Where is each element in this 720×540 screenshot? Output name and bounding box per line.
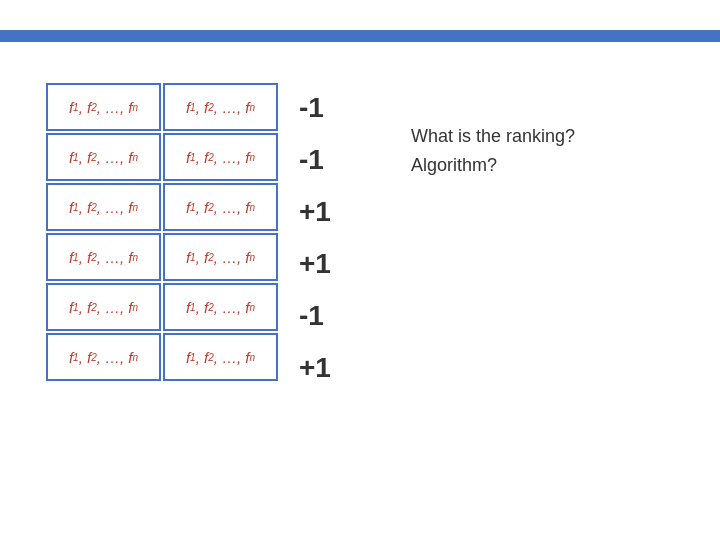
description-line-0: What is the ranking?: [411, 122, 575, 151]
description-line-1: Algorithm?: [411, 151, 575, 180]
table-col-0: f1, f2, …, fnf1, f2, …, fnf1, f2, …, fnf…: [45, 82, 162, 382]
accent-bar: [0, 30, 720, 42]
page-title: [0, 0, 720, 20]
table-cell: f1, f2, …, fn: [163, 283, 278, 331]
table-cell: f1, f2, …, fn: [163, 233, 278, 281]
table-cell: f1, f2, …, fn: [46, 83, 161, 131]
score-item: +1: [299, 239, 331, 289]
table-cell: f1, f2, …, fn: [163, 133, 278, 181]
table-cell: f1, f2, …, fn: [46, 283, 161, 331]
score-item: -1: [299, 291, 331, 341]
scores-col: -1-1+1+1-1+1: [299, 82, 331, 394]
table-cell: f1, f2, …, fn: [46, 333, 161, 381]
score-item: +1: [299, 187, 331, 237]
table-container: f1, f2, …, fnf1, f2, …, fnf1, f2, …, fnf…: [45, 82, 279, 382]
table-cell: f1, f2, …, fn: [46, 233, 161, 281]
table-cell: f1, f2, …, fn: [163, 83, 278, 131]
table-cell: f1, f2, …, fn: [46, 183, 161, 231]
score-item: -1: [299, 83, 331, 133]
description-col: What is the ranking?Algorithm?: [411, 122, 575, 180]
table-cell: f1, f2, …, fn: [163, 183, 278, 231]
table-cell: f1, f2, …, fn: [163, 333, 278, 381]
table-cell: f1, f2, …, fn: [46, 133, 161, 181]
score-item: -1: [299, 135, 331, 185]
table-col-1: f1, f2, …, fnf1, f2, …, fnf1, f2, …, fnf…: [162, 82, 279, 382]
score-item: +1: [299, 343, 331, 393]
